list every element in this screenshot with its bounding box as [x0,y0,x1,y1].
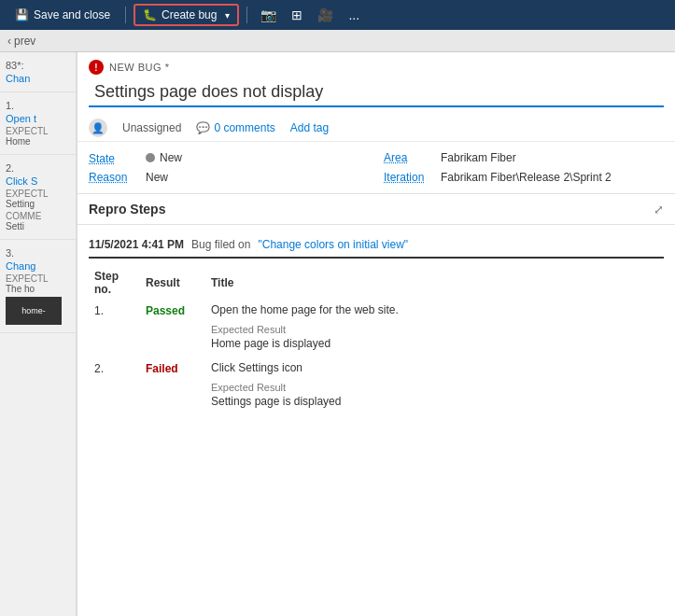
bug-new-label: NEW BUG * [109,62,169,73]
steps-header-row: Step no. Result Title [89,266,664,301]
create-bug-label: Create bug [162,8,217,21]
left-item-3[interactable]: 3. Chang EXPECTL The ho home- [0,240,76,333]
bug-filed-link[interactable]: "Change colors on initial view" [258,238,408,251]
bug-type-icon: ! [89,60,104,75]
bug-title-input[interactable] [89,78,664,107]
step-2-expected-label: Expected Result [211,382,658,393]
comment-icon: 💬 [196,121,210,134]
repro-title: Repro Steps [89,202,165,217]
left-item-value-1: Home [6,136,70,147]
state-field-row: State New [89,149,369,167]
left-item-label-1: EXPECTL [6,126,70,136]
create-bug-button[interactable]: 🐛 Create bug ▾ [134,4,239,26]
step-2-content: Click Settings icon Expected Result Sett… [205,359,664,417]
state-dot [146,153,155,162]
state-value: New [146,151,182,164]
area-field-row: Area Fabrikam Fiber [384,149,664,167]
add-tag-button[interactable]: Add tag [290,121,329,134]
area-value: Fabrikam Fiber [441,151,516,164]
col-stepno-header: Step no. [89,266,140,301]
image-label-3: home- [21,306,46,315]
steps-container: 11/5/2021 4:41 PM Bug filed on "Change c… [77,225,675,425]
expand-icon[interactable]: ⤢ [654,203,664,217]
left-item-image-3: home- [6,297,62,325]
prev-label: prev [14,35,35,48]
main-container: 83*: Chan 1. Open t EXPECTL Home 2. Clic… [0,52,675,616]
left-item-title-2: Click S [6,175,70,187]
create-bug-dropdown-arrow[interactable]: ▾ [225,10,230,21]
steps-table: Step no. Result Title 1. Passed [89,266,664,417]
state-label[interactable]: State [89,152,140,165]
step-2-title: Click Settings icon [211,361,658,374]
left-item-title-1: Open t [6,113,70,124]
nav-bar: ‹ prev [0,30,675,52]
iteration-label[interactable]: Iteration [384,171,435,184]
repro-section: Repro Steps ⤢ 11/5/2021 4:41 PM Bug file… [77,193,675,616]
step-1-content: Open the home page for the web site. Exp… [205,301,664,359]
bug-panel: ! NEW BUG * 👤 Unassigned 💬 0 comments Ad… [77,52,675,616]
table-row: 2. Failed Click Settings icon Expected R… [89,359,664,417]
step-1-number: 1. [89,301,140,359]
left-item-0[interactable]: 83*: Chan [0,52,76,92]
left-item-label-3: EXPECTL [6,273,70,284]
area-label[interactable]: Area [384,151,435,164]
iteration-value: Fabrikam Fiber\Release 2\Sprint 2 [441,171,612,184]
step-2-number: 2. [89,359,140,417]
reason-label[interactable]: Reason [89,171,140,184]
col-title-header: Title [205,266,664,301]
bug-asterisk: * [165,62,170,73]
bug-icon-small: 🐛 [143,8,157,21]
step-1-expected-label: Expected Result [211,324,658,335]
step-1-result: Passed [140,301,205,359]
bug-filed-date: 11/5/2021 4:41 PM [89,238,184,251]
step-1-title: Open the home page for the web site. [211,303,658,316]
left-item-label-2b: COMME [6,211,70,221]
state-value-text: New [160,151,182,164]
left-item-value-2b: Setti [6,221,70,231]
bug-header: ! NEW BUG * [77,52,675,78]
toolbar-separator-2 [246,7,247,23]
toolbar: 💾 Save and close 🐛 Create bug ▾ 📷 ⊞ 🎥 ..… [0,0,675,30]
step-2-expected-value: Settings page is displayed [211,395,658,408]
left-item-value-2a: Setting [6,199,70,209]
reason-value: New [146,171,168,184]
left-item-title-0: Chan [6,73,70,84]
meta-row: 👤 Unassigned 💬 0 comments Add tag [77,115,675,142]
col-result-header: Result [140,266,205,301]
comments-button[interactable]: 💬 0 comments [196,121,274,134]
prev-button[interactable]: ‹ prev [7,35,35,48]
left-item-number-3: 3. [6,247,70,259]
step-1-expected-value: Home page is displayed [211,337,658,350]
left-item-1[interactable]: 1. Open t EXPECTL Home [0,92,76,155]
left-item-label-2a: EXPECTL [6,189,70,199]
repro-header: Repro Steps ⤢ [77,194,675,225]
left-item-title-3: Chang [6,260,70,272]
record-button[interactable]: ⊞ [286,5,308,25]
fields-grid: State New Area Fabrikam Fiber Reason New… [77,142,675,193]
bug-filed-text: Bug filed on [191,238,250,251]
camera-button[interactable]: 📷 [255,5,282,25]
left-item-2[interactable]: 2. Click S EXPECTL Setting COMME Setti [0,155,76,240]
iteration-field-row: Iteration Fabrikam Fiber\Release 2\Sprin… [384,169,664,186]
reason-field-row: Reason New [89,169,369,186]
more-button[interactable]: ... [343,5,365,25]
toolbar-separator-1 [125,7,126,23]
left-panel: 83*: Chan 1. Open t EXPECTL Home 2. Clic… [0,52,77,616]
table-row: 1. Passed Open the home page for the web… [89,301,664,359]
left-item-number-2: 2. [6,162,70,174]
step-2-result: Failed [140,359,205,417]
save-icon: 💾 [15,8,29,21]
video-button[interactable]: 🎥 [312,5,339,25]
left-item-number-1: 1. [6,100,70,111]
comments-count: 0 comments [214,121,274,134]
save-close-button[interactable]: 💾 Save and close [7,6,118,24]
assigned-icon: 👤 [89,119,107,137]
prev-arrow-icon: ‹ [7,35,11,48]
bug-filed-row: 11/5/2021 4:41 PM Bug filed on "Change c… [89,232,664,259]
save-close-label: Save and close [34,8,110,21]
left-item-number-0: 83*: [6,60,70,71]
assigned-text[interactable]: Unassigned [122,121,181,134]
left-item-value-3: The ho [6,284,70,294]
